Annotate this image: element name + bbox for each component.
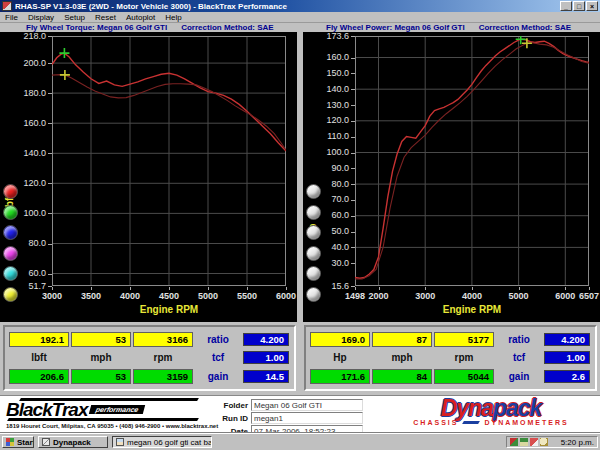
task-button-paint-document[interactable]: megan 06 golf gti cat bac... — [112, 436, 212, 448]
menu-setup[interactable]: Setup — [64, 13, 85, 22]
tray-sound-icon[interactable] — [510, 438, 518, 446]
blacktrax-logo-text: BlackTrax — [6, 402, 88, 418]
curve-select-button-1[interactable] — [306, 184, 321, 199]
app-icon — [2, 1, 12, 11]
y-tick-label: 40.0 — [317, 243, 349, 252]
torque-cursor1-rpm: 3166 — [133, 332, 193, 347]
y-tick-mark — [48, 213, 52, 214]
maximize-button[interactable]: □ — [573, 1, 585, 11]
y-tick-label: 160.0 — [317, 53, 349, 62]
y-tick-mark — [351, 232, 355, 233]
y-tick-mark — [351, 153, 355, 154]
tray-display-icon[interactable] — [520, 438, 528, 446]
curve-select-button-2[interactable] — [306, 205, 321, 220]
y-tick-label: 120.0 — [14, 179, 46, 188]
cursor-cross-marker — [60, 70, 70, 80]
dynapack-sub-chassis: CHASSIS — [413, 419, 458, 426]
torque-tcf-value[interactable]: 1.00 — [243, 351, 289, 364]
close-button[interactable]: × — [586, 1, 598, 11]
footer: BlackTrax performance 1819 Houret Court,… — [0, 395, 600, 434]
x-tick-mark — [208, 287, 209, 290]
y-tick-label: 110.0 — [317, 132, 349, 141]
y-tick-mark — [351, 137, 355, 138]
torque-cursor1-value: 192.1 — [9, 332, 69, 347]
rpm-unit-label: rpm — [133, 352, 193, 363]
y-tick-label: 173.6 — [317, 32, 349, 41]
y-tick-label: 60.0 — [317, 211, 349, 220]
x-axis-label: Engine RPM — [355, 304, 589, 315]
menu-bar: File Display Setup Reset Autoplot Help — [0, 12, 600, 23]
x-tick-label: 2000 — [359, 291, 399, 301]
power-tcf-label: tcf — [496, 352, 542, 363]
x-tick-label: 3000 — [32, 291, 72, 301]
minimize-button[interactable]: _ — [560, 1, 572, 11]
plot-area[interactable] — [52, 36, 286, 286]
y-tick-mark — [351, 73, 355, 74]
curve-select-button-4[interactable] — [306, 246, 321, 261]
paint-task-icon — [116, 438, 124, 446]
curve-select-button-4[interactable] — [3, 246, 18, 261]
y-tick-label: 140.0 — [317, 85, 349, 94]
menu-file[interactable]: File — [5, 13, 18, 22]
curve-select-button-3[interactable] — [3, 225, 18, 240]
run-id-label: Run ID — [213, 414, 251, 423]
curve-select-button-1[interactable] — [3, 184, 18, 199]
power-chart-title: Fly Wheel Power: Megan 06 Golf GTI — [326, 23, 465, 32]
curve-select-button-2[interactable] — [3, 205, 18, 220]
y-tick-mark — [351, 184, 355, 185]
curve-select-button-6[interactable] — [306, 287, 321, 302]
y-tick-label: 218.0 — [14, 32, 46, 41]
power-unit-label: Hp — [310, 352, 370, 363]
x-tick-mark — [247, 287, 248, 290]
curve-select-button-3[interactable] — [306, 225, 321, 240]
power-gain-label: gain — [496, 371, 542, 382]
blacktrax-address: 1819 Houret Court, Milpitas, CA 95035 • … — [6, 423, 211, 429]
folder-field[interactable] — [251, 399, 363, 411]
power-cursor1-speed: 87 — [372, 332, 432, 347]
x-tick-label: 4000 — [452, 291, 492, 301]
torque-gain-value[interactable]: 14.5 — [243, 370, 289, 383]
torque-chart-title: Fly Wheel Torque: Megan 06 Golf GTI — [26, 23, 167, 32]
logo-bar-bottom — [7, 418, 199, 421]
y-tick-mark — [351, 105, 355, 106]
power-cursor2-speed: 84 — [372, 369, 432, 384]
power-ratio-value[interactable]: 4.200 — [544, 333, 590, 346]
blacktrax-tagline: performance — [88, 405, 145, 414]
x-tick-mark — [425, 287, 426, 290]
y-tick-mark — [351, 216, 355, 217]
torque-cursor2-speed: 53 — [71, 369, 131, 384]
torque-ratio-value[interactable]: 4.200 — [243, 333, 289, 346]
x-tick-mark — [286, 287, 287, 290]
menu-display[interactable]: Display — [28, 13, 54, 22]
x-tick-label: 6000 — [266, 291, 297, 301]
torque-gain-label: gain — [195, 371, 241, 382]
y-tick-mark — [351, 263, 355, 264]
y-tick-mark — [351, 121, 355, 122]
chart-headers: Fly Wheel Torque: Megan 06 Golf GTI Corr… — [0, 23, 600, 32]
y-tick-label: 90.0 — [317, 164, 349, 173]
y-tick-label: 160.0 — [14, 119, 46, 128]
dynapack-logo-text-left: Dyna — [441, 395, 493, 421]
x-tick-mark — [355, 287, 356, 290]
start-button[interactable]: Start — [2, 436, 34, 448]
tray-scheduler-icon[interactable] — [540, 438, 548, 446]
curve-select-button-5[interactable] — [306, 266, 321, 281]
power-readout-panel: 169.0 87 5177 ratio 4.200 Hp mph rpm tcf… — [304, 325, 597, 391]
power-correction-method: Correction Method: SAE — [479, 23, 571, 32]
torque-tcf-label: tcf — [195, 352, 241, 363]
curve-select-button-6[interactable] — [3, 287, 18, 302]
x-tick-label: 3000 — [405, 291, 445, 301]
clock[interactable]: 5:20 p.m. — [550, 438, 594, 447]
run-id-field[interactable] — [251, 412, 363, 424]
power-tcf-value[interactable]: 1.00 — [544, 351, 590, 364]
curve-select-button-5[interactable] — [3, 266, 18, 281]
y-tick-mark — [351, 58, 355, 59]
y-tick-mark — [351, 36, 355, 37]
plot-area[interactable] — [355, 36, 589, 286]
menu-help[interactable]: Help — [165, 13, 181, 22]
power-gain-value[interactable]: 2.6 — [544, 370, 590, 383]
tray-app-icon[interactable] — [530, 438, 538, 446]
task-button-dynapack[interactable]: Dynapack — [38, 436, 108, 448]
menu-reset[interactable]: Reset — [95, 13, 116, 22]
menu-autoplot[interactable]: Autoplot — [126, 13, 155, 22]
